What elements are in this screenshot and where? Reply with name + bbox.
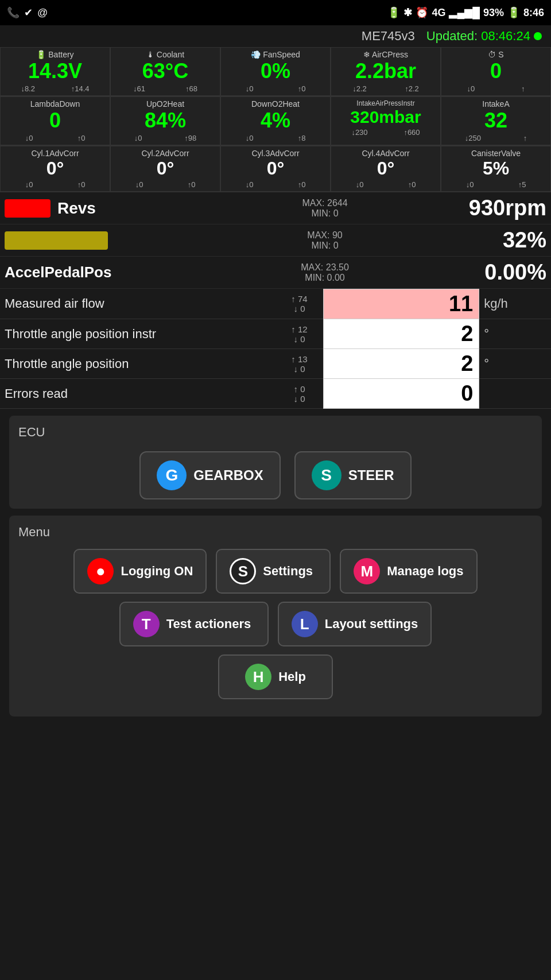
sensor-cyl1-minmax: 00 [3, 180, 107, 189]
sensor-cyl2-value: 0° [113, 158, 218, 179]
sensor-intakeairpress-minmax: 230660 [333, 128, 438, 137]
airflow-name: Measured air flow [0, 289, 276, 319]
gearbox-button[interactable]: G GEARBOX [139, 451, 280, 499]
sensor-cyl2-label: Cyl.2AdvCorr [113, 149, 218, 158]
sensor-cyl3-value: 0° [223, 158, 328, 179]
throttle-instr-value: 2 [323, 319, 479, 349]
sensor-cyl4-minmax: 00 [333, 180, 438, 189]
sensor-canister-label: CanisterValve [444, 149, 548, 158]
errors-arrows: ↑ 0 ↓ 0 [276, 379, 323, 409]
sensor-intakeairpress-value: 320mbar [333, 107, 438, 127]
sensor-cyl2[interactable]: Cyl.2AdvCorr 0° 00 [110, 146, 220, 192]
manage-logs-icon: M [354, 558, 380, 584]
menu-row-2: T Test actioners L Layout settings [18, 602, 533, 646]
sensor-s-value: 0 [444, 59, 548, 83]
sensor-coolant[interactable]: 🌡 Coolant 63°C 6168 [110, 47, 220, 96]
sensor-cyl3[interactable]: Cyl.3AdvCorr 0° 00 [220, 146, 331, 192]
sensor-fanspeed-label: 💨 FanSpeed [223, 50, 328, 59]
sensor-s[interactable]: ⏱ S 0 0 [441, 47, 551, 96]
sensor-battery-label: 🔋 Battery [3, 50, 107, 59]
sensor-coolant-label: 🌡 Coolant [113, 50, 218, 59]
revs-row[interactable]: Revs MAX: 2644 MIN: 0 930rpm [0, 192, 551, 224]
throttle-instr-unit: ° [479, 319, 551, 349]
battery-icon: 🔋 [507, 6, 520, 19]
viber-icon: 📞 [7, 6, 20, 19]
sensor-battery[interactable]: 🔋 Battery 14.3V 8.214.4 [0, 47, 110, 96]
meas-row-airflow[interactable]: Measured air flow ↑ 74 ↓ 0 11 kg/h [0, 289, 551, 319]
revs-label: Revs [57, 199, 96, 218]
logging-button[interactable]: ● Logging ON [73, 549, 207, 594]
steer-label: STEER [348, 467, 394, 483]
test-actioners-icon: T [133, 611, 160, 637]
sensor-upo2heat[interactable]: UpO2Heat 84% 098 [110, 96, 220, 145]
sensor-intakeairpress-label: IntakeAirPressInstr [333, 99, 438, 107]
signal-4g: 4G [432, 7, 445, 19]
sensor-downo2heat[interactable]: DownO2Heat 4% 08 [220, 96, 331, 145]
sensor-downo2heat-minmax: 08 [223, 134, 328, 142]
layout-settings-button[interactable]: L Layout settings [278, 602, 432, 646]
sensor-lambdadown[interactable]: LambdaDown 0 00 [0, 96, 110, 145]
sensor-upo2heat-minmax: 098 [113, 134, 218, 142]
sensor-fanspeed-minmax: 00 [223, 84, 328, 93]
manage-logs-button[interactable]: M Manage logs [340, 549, 477, 594]
sensor-intakeairpress[interactable]: IntakeAirPressInstr 320mbar 230660 [331, 96, 441, 145]
sensor-aircpress-value: 2.2bar [333, 59, 438, 83]
sensor-intakea[interactable]: IntakeA 32 250 [441, 96, 551, 145]
live-params-section: Revs MAX: 2644 MIN: 0 930rpm MAX: 90 MIN… [0, 192, 551, 289]
accel-row[interactable]: AccelPedalPos MAX: 23.50 MIN: 0.00 0.00% [0, 257, 551, 289]
sensor-cyl1-value: 0° [3, 158, 107, 179]
sensor-grid-top: 🔋 Battery 14.3V 8.214.4 🌡 Coolant 63°C 6… [0, 47, 551, 96]
ecu-label: ECU [18, 425, 533, 440]
sensor-coolant-minmax: 6168 [113, 84, 218, 93]
throttle-pos-value: 2 [323, 349, 479, 379]
meas-row-throttle-instr[interactable]: Throttle angle position instr ↑ 12 ↓ 0 2… [0, 319, 551, 349]
check-icon: ✔ [24, 6, 33, 19]
status-bar-right: 🔋 ✱ ⏰ 4G ▂▄▆█ 93% 🔋 8:46 [387, 6, 544, 19]
sensor-cyl4[interactable]: Cyl.4AdvCorr 0° 00 [331, 146, 441, 192]
battery-percent: 93% [483, 7, 504, 19]
meas-row-throttle-pos[interactable]: Throttle angle position ↑ 13 ↓ 0 2 ° [0, 349, 551, 379]
test-actioners-button[interactable]: T Test actioners [119, 602, 269, 646]
sensor-fanspeed[interactable]: 💨 FanSpeed 0% 00 [220, 47, 331, 96]
alternator-color-bar [5, 231, 108, 250]
sensor-s-label: ⏱ S [444, 50, 548, 59]
sensor-canister[interactable]: CanisterValve 5% 05 [441, 146, 551, 192]
sensor-lambdadown-label: LambdaDown [3, 99, 107, 109]
sensor-fanspeed-value: 0% [223, 59, 328, 83]
sensor-downo2heat-label: DownO2Heat [223, 99, 328, 109]
help-button[interactable]: H Help [218, 654, 333, 699]
sensor-aircpress[interactable]: ❄ AirCPress 2.2bar 2.22.2 [331, 47, 441, 96]
manage-logs-label: Manage logs [387, 564, 463, 579]
measurement-table: Measured air flow ↑ 74 ↓ 0 11 kg/h Throt… [0, 289, 551, 409]
sensor-intakea-minmax: 250 [444, 134, 548, 142]
throttle-instr-arrows: ↑ 12 ↓ 0 [276, 319, 323, 349]
signal-bars: ▂▄▆█ [449, 6, 480, 19]
test-actioners-label: Test actioners [166, 617, 251, 632]
at-icon: @ [37, 7, 48, 19]
header-info: ME745v3 Updated: 08:46:24 [0, 25, 551, 47]
bluetooth-icon: ✱ [403, 6, 412, 19]
help-label: Help [278, 669, 306, 684]
sensor-cyl1[interactable]: Cyl.1AdvCorr 0° 00 [0, 146, 110, 192]
sensor-battery-value: 14.3V [3, 59, 107, 83]
steer-button[interactable]: S STEER [294, 451, 412, 499]
errors-name: Errors read [0, 379, 276, 409]
menu-row-3: H Help [18, 654, 533, 699]
airflow-unit: kg/h [479, 289, 551, 319]
sensor-intakea-value: 32 [444, 109, 548, 133]
sensor-aircpress-minmax: 2.22.2 [333, 84, 438, 93]
settings-button[interactable]: S Settings [216, 549, 331, 594]
updated-time: 08:46:24 [481, 29, 530, 43]
errors-unit [479, 379, 551, 409]
airflow-value: 11 [323, 289, 479, 319]
layout-settings-label: Layout settings [325, 617, 418, 632]
sensor-cyl2-minmax: 00 [113, 180, 218, 189]
ecu-buttons: G GEARBOX S STEER [18, 451, 533, 499]
gearbox-label: GEARBOX [193, 467, 263, 483]
alternator-row[interactable]: MAX: 90 MIN: 0 32% [0, 224, 551, 257]
accel-label: AccelPedalPos [5, 264, 111, 281]
sensor-canister-value: 5% [444, 158, 548, 179]
revs-color-bar [5, 199, 51, 218]
sensor-upo2heat-label: UpO2Heat [113, 99, 218, 109]
meas-row-errors[interactable]: Errors read ↑ 0 ↓ 0 0 [0, 379, 551, 409]
